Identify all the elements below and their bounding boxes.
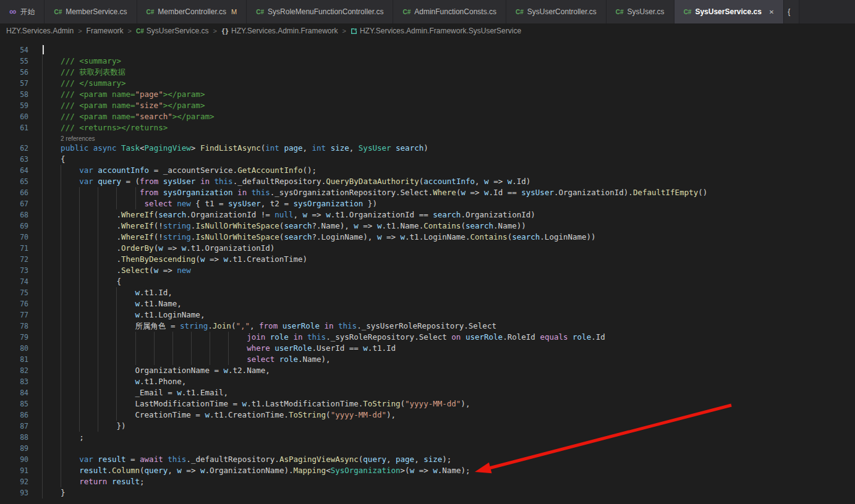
line-number[interactable]: 67 (0, 198, 28, 209)
line-number[interactable]: 55 (0, 56, 28, 67)
code-line-68[interactable]: 68 .WhereIf(search.OrganizationId != nul… (0, 209, 855, 220)
line-number[interactable]: 90 (0, 454, 28, 465)
code-line-59[interactable]: 59 /// <param name="size"></param> (0, 100, 855, 111)
tab-sys-role-menu-function-controller[interactable]: C#SysRoleMenuFunctionController.cs (247, 0, 393, 23)
line-number[interactable]: 92 (0, 476, 28, 487)
line-number[interactable]: 68 (0, 209, 28, 220)
line-number[interactable]: 65 (0, 176, 28, 187)
editor[interactable]: 5455 /// <summary>56 /// 获取列表数据57 /// </… (0, 38, 855, 504)
code-line-62[interactable]: 62 public async Task<PagingView> FindLis… (0, 143, 855, 154)
line-number[interactable]: 80 (0, 343, 28, 354)
line-number[interactable]: 78 (0, 321, 28, 332)
code-line-87[interactable]: 87 }) (0, 421, 855, 432)
breadcrumb-item[interactable]: {}HZY.Services.Admin.Framework (221, 27, 338, 35)
code-line-55[interactable]: 55 /// <summary> (0, 56, 855, 67)
line-number[interactable]: 66 (0, 187, 28, 198)
code-line-93[interactable]: 93 } (0, 487, 855, 498)
code-line-69[interactable]: 69 .WhereIf(!string.IsNullOrWhiteSpace(s… (0, 220, 855, 232)
code-area[interactable]: 5455 /// <summary>56 /// 获取列表数据57 /// </… (0, 44, 855, 498)
tab-sys-user-controller[interactable]: C#SysUserController.cs (506, 0, 606, 23)
line-number[interactable]: 85 (0, 398, 28, 410)
line-number[interactable]: 60 (0, 111, 28, 122)
code-line-92[interactable]: 92 return result; (0, 476, 855, 487)
line-number[interactable]: 57 (0, 78, 28, 89)
code-line-61[interactable]: 61 /// <returns></returns> (0, 122, 855, 133)
code-line-75[interactable]: 75 w.t1.Id, (0, 287, 855, 298)
line-number[interactable]: 77 (0, 309, 28, 321)
line-number[interactable]: 87 (0, 421, 28, 432)
breadcrumb-item[interactable]: HZY.Services.Admin (6, 27, 74, 35)
line-number[interactable]: 59 (0, 100, 28, 111)
code-line-70[interactable]: 70 .WhereIf(!string.IsNullOrWhiteSpace(s… (0, 232, 855, 243)
tab-partial[interactable]: { (784, 0, 799, 23)
code-line-65[interactable]: 65 var query = (from sysUser in this._de… (0, 176, 855, 187)
line-number[interactable]: 84 (0, 387, 28, 398)
code-lens-references[interactable]: 2 references (61, 134, 95, 143)
code-line-64[interactable]: 64 var accountInfo = _accountService.Get… (0, 165, 855, 176)
line-number[interactable]: 88 (0, 432, 28, 443)
code-line-85[interactable]: 85 LastModificationTime = w.t1.LastModif… (0, 398, 855, 410)
code-line-72[interactable]: 72 .ThenByDescending(w => w.t1.CreationT… (0, 254, 855, 265)
line-number[interactable]: 61 (0, 122, 28, 133)
breadcrumb-item[interactable]: HZY.Services.Admin.Framework.SysUserServ… (351, 27, 521, 35)
code-line-67[interactable]: 67 select new { t1 = sysUser, t2 = sysOr… (0, 198, 855, 209)
code-line-76[interactable]: 76 w.t1.Name, (0, 298, 855, 309)
code-line-63[interactable]: 63 { (0, 154, 855, 165)
line-number[interactable]: 86 (0, 410, 28, 421)
code-line-89[interactable]: 89 (0, 443, 855, 454)
line-number[interactable]: 91 (0, 465, 28, 476)
line-number[interactable]: 63 (0, 154, 28, 165)
code-text: /// <param name="search"></param> (42, 111, 214, 122)
code-line-79[interactable]: 79 join role in this._sysRoleRepository.… (0, 332, 855, 343)
line-number[interactable]: 71 (0, 243, 28, 254)
line-number[interactable]: 58 (0, 89, 28, 100)
code-line-74[interactable]: 74 { (0, 276, 855, 287)
code-line-83[interactable]: 83 w.t1.Phone, (0, 376, 855, 387)
code-line-82[interactable]: 82 OrganizationName = w.t2.Name, (0, 365, 855, 376)
code-line-73[interactable]: 73 .Select(w => new (0, 265, 855, 276)
code-line-80[interactable]: 80 where userRole.UserId == w.t1.Id (0, 343, 855, 354)
line-number[interactable]: 74 (0, 276, 28, 287)
code-line-84[interactable]: 84 _Email = w.t1.Email, (0, 387, 855, 398)
code-line-90[interactable]: 90 var result = await this._defaultRepos… (0, 454, 855, 465)
line-number[interactable]: 83 (0, 376, 28, 387)
code-line-54[interactable]: 54 (0, 44, 855, 56)
line-number[interactable]: 75 (0, 287, 28, 298)
code-line-88[interactable]: 88 ; (0, 432, 855, 443)
tab-member-controller[interactable]: C#MemberController.csM (137, 0, 247, 23)
line-number[interactable]: 81 (0, 354, 28, 365)
line-number[interactable]: 82 (0, 365, 28, 376)
line-number[interactable]: 73 (0, 265, 28, 276)
code-line-91[interactable]: 91 result.Column(query, w => w.Organizat… (0, 465, 855, 476)
close-icon[interactable]: ✕ (769, 9, 774, 15)
tab-sys-user-service[interactable]: C#SysUserService.cs✕ (674, 0, 785, 23)
line-number[interactable]: 69 (0, 220, 28, 232)
code-line-56[interactable]: 56 /// 获取列表数据 (0, 67, 855, 78)
code-line-60[interactable]: 60 /// <param name="search"></param> (0, 111, 855, 122)
code-line-71[interactable]: 71 .OrderBy(w => w.t1.OrganizationId) (0, 243, 855, 254)
code-line-66[interactable]: 66 from sysOrganization in this._sysOrga… (0, 187, 855, 198)
code-line-57[interactable]: 57 /// </summary> (0, 78, 855, 89)
code-line-58[interactable]: 58 /// <param name="page"></param> (0, 89, 855, 100)
line-number[interactable]: 93 (0, 487, 28, 498)
tab-admin-function-consts[interactable]: C#AdminFunctionConsts.cs (393, 0, 506, 23)
line-number[interactable]: 76 (0, 298, 28, 309)
line-number[interactable]: 56 (0, 67, 28, 78)
tab-member-service[interactable]: C#MemberService.cs (45, 0, 137, 23)
line-number[interactable]: 72 (0, 254, 28, 265)
breadcrumb-item[interactable]: Framework (87, 27, 124, 35)
line-number[interactable]: 62 (0, 143, 28, 154)
code-text: w.t1.Name, (42, 298, 182, 309)
code-line-86[interactable]: 86 CreationTime = w.t1.CreationTime.ToSt… (0, 410, 855, 421)
breadcrumb-item[interactable]: C#SysUserService.cs (136, 27, 208, 35)
line-number[interactable]: 54 (0, 44, 28, 56)
code-line-81[interactable]: 81 select role.Name), (0, 354, 855, 365)
tab-sys-user[interactable]: C#SysUser.cs (606, 0, 674, 23)
line-number[interactable]: 64 (0, 165, 28, 176)
code-line-77[interactable]: 77 w.t1.LoginName, (0, 309, 855, 321)
line-number[interactable]: 70 (0, 232, 28, 243)
line-number[interactable]: 79 (0, 332, 28, 343)
tab-start[interactable]: ∞开始 (0, 0, 45, 23)
code-line-78[interactable]: 78 所属角色 = string.Join(",", from userRole… (0, 321, 855, 332)
line-number[interactable]: 89 (0, 443, 28, 454)
